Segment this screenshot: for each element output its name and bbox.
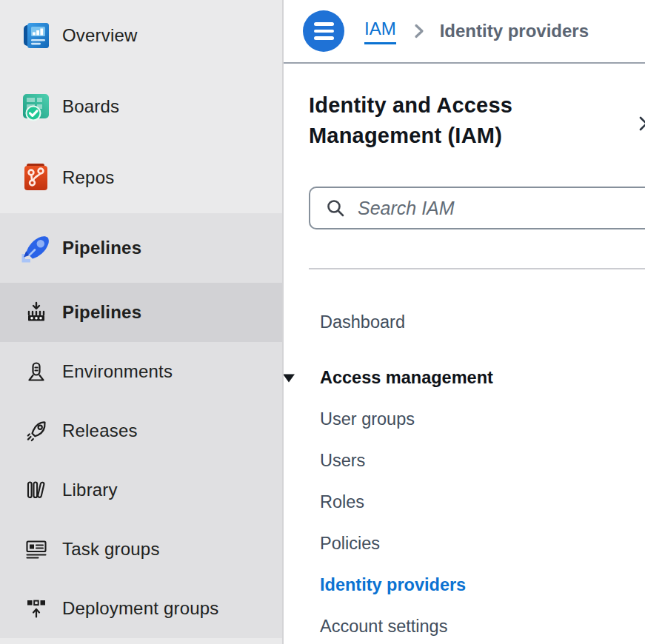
sidebar-item-label: Repos	[62, 167, 114, 188]
chevron-right-icon	[411, 22, 427, 40]
sidebar-item-label: Pipelines	[62, 302, 141, 323]
iam-console-panel: IAM Identity providers Identity and Acce…	[284, 0, 645, 644]
releases-icon	[19, 419, 53, 443]
app-window: Overview Boards	[0, 0, 645, 644]
iam-nav-panel: Identity and Access Management (IAM) Das…	[284, 90, 645, 644]
nav-item-users[interactable]: Users	[309, 440, 645, 481]
sidebar-item-task-groups[interactable]: Task groups	[0, 520, 282, 579]
close-panel-icon[interactable]	[637, 114, 645, 133]
sidebar-item-library[interactable]: Library	[0, 460, 282, 520]
deployment-groups-icon	[19, 597, 53, 620]
nav-item-account-settings[interactable]: Account settings	[309, 606, 645, 644]
sidebar-item-overview[interactable]: Overview	[0, 0, 282, 71]
environments-icon	[19, 360, 53, 383]
nav-item-policies[interactable]: Policies	[309, 523, 645, 564]
nav-item-roles[interactable]: Roles	[309, 481, 645, 523]
sidebar-item-label: Environments	[62, 361, 173, 382]
nav-item-dashboard[interactable]: Dashboard	[309, 301, 645, 343]
sidebar-item-label: Deployment groups	[62, 598, 219, 619]
pipeline-runs-icon	[19, 301, 53, 324]
task-groups-icon	[19, 537, 53, 561]
search-icon	[325, 198, 346, 218]
page-title: Identity and Access Management (IAM)	[309, 90, 575, 151]
hamburger-menu-icon[interactable]	[303, 10, 344, 52]
sidebar-pipelines-group: Pipelines Pipe	[0, 213, 282, 638]
sidebar-item-environments[interactable]: Environments	[0, 342, 282, 401]
breadcrumb-root-link[interactable]: IAM	[364, 19, 396, 44]
nav-section-label: Access management	[320, 368, 493, 388]
sidebar-item-label: Releases	[62, 420, 138, 441]
nav-section-access-management[interactable]: Access management	[309, 357, 645, 398]
boards-icon	[19, 90, 53, 123]
repos-icon	[19, 161, 53, 194]
search-box[interactable]	[309, 187, 645, 229]
nav-item-identity-providers[interactable]: Identity providers	[309, 564, 645, 606]
pipelines-rocket-icon	[19, 231, 53, 265]
sidebar-item-label: Boards	[62, 96, 119, 117]
sidebar-item-label: Overview	[62, 25, 138, 46]
sidebar-item-boards[interactable]: Boards	[0, 71, 282, 142]
caret-down-icon	[284, 374, 295, 382]
library-icon	[19, 479, 53, 501]
sidebar-item-repos[interactable]: Repos	[0, 142, 282, 213]
divider	[309, 268, 645, 269]
breadcrumb-bar: IAM Identity providers	[284, 0, 645, 64]
sidebar-item-label: Pipelines	[62, 238, 141, 258]
overview-icon	[19, 19, 53, 52]
search-input[interactable]	[358, 198, 580, 219]
project-sidebar: Overview Boards	[0, 0, 284, 644]
iam-nav-list: Dashboard Access management User groups …	[309, 301, 645, 644]
nav-item-user-groups[interactable]: User groups	[309, 398, 645, 440]
sidebar-item-label: Library	[62, 480, 118, 500]
sidebar-item-deployment-groups[interactable]: Deployment groups	[0, 579, 282, 638]
sidebar-item-releases[interactable]: Releases	[0, 401, 282, 460]
sidebar-item-pipelines[interactable]: Pipelines	[0, 283, 282, 342]
breadcrumb-current: Identity providers	[440, 21, 589, 41]
sidebar-item-label: Task groups	[62, 539, 160, 560]
sidebar-item-pipelines-group[interactable]: Pipelines	[0, 213, 282, 283]
